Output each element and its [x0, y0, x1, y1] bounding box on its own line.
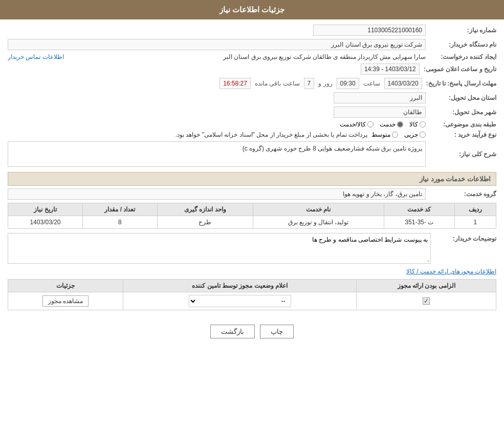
province-value: البرز: [334, 92, 426, 103]
buyer-org-label: نام دستگاه خریدار:: [430, 41, 496, 48]
col-header-date: تاریخ نیاز: [8, 203, 83, 216]
table-row: 1ت -35-351تولید، انتقال و توزیع برقطرح81…: [8, 216, 496, 229]
buyer-notes-text: به پیوست شرایط اختصاصی مناقصه و طرح ها: [312, 236, 428, 243]
creator-contact-link[interactable]: اطلاعات تماس خریدار: [8, 53, 64, 60]
service-group-row: گروه خدمت: تامین برق، گاز، بخار و تهویه …: [8, 188, 496, 200]
table-cell-2: تولید، انتقال و توزیع برق: [253, 216, 384, 229]
purchase-type-radio-group: جزیی متوسط: [371, 131, 426, 138]
col-header-qty: تعداد / مقدار: [82, 203, 157, 216]
col-header-rownum: ردیف: [454, 203, 496, 216]
creator-label: ایجاد کننده درخواست:: [430, 53, 496, 60]
creator-value: سارا سهرابی مش کاربرداز منطقه ی طالقان ش…: [68, 53, 426, 60]
city-value: طالقان: [334, 106, 426, 118]
table-cell-3: طرح: [157, 216, 253, 229]
need-number-value: 1103005221000160: [313, 25, 426, 36]
deadline-remaining-label: ساعت باقی مانده: [255, 80, 300, 87]
permits-table: الزامی بودن ارائه مجوز اعلام وضعیت مجوز …: [8, 279, 496, 310]
purchase-type-label: نوع فرآیند خرید :: [430, 131, 496, 138]
announce-datetime-value: 1403/03/12 - 14:39: [361, 63, 420, 75]
deadline-time-label: ساعت: [363, 80, 380, 87]
radio-motavasset-label: متوسط: [371, 131, 390, 138]
creator-row: ایجاد کننده درخواست: سارا سهرابی مش کارب…: [8, 53, 496, 60]
footer-buttons: چاپ بازگشت: [8, 325, 496, 338]
purchase-note: پرداخت تمام یا بخشی از مبلغ خریدار از مح…: [8, 131, 367, 138]
announce-datetime-row: تاریخ و ساعت اعلان عمومی: 1403/03/12 - 1…: [8, 63, 496, 75]
radio-kala-khedmat-label: کالا/خدمت: [340, 121, 366, 128]
buyer-notes-label: توضیحات خریدار:: [435, 233, 496, 264]
permits-col-required: الزامی بودن ارائه مجوز: [357, 280, 496, 292]
permit-required-cell: ✓: [357, 292, 496, 310]
deadline-days-label: روز و: [318, 80, 332, 87]
table-row: ✓--مشاهده مجوز: [8, 292, 496, 310]
buyer-notes-section: توضیحات خریدار: به پیوست شرایط اختصاصی م…: [8, 233, 496, 264]
permits-col-status: اعلام وضعیت مجوز توسط تامین کننده: [123, 280, 357, 292]
need-number-label: شماره نیاز:: [430, 27, 496, 34]
category-radio-kala-khedmat[interactable]: کالا/خدمت: [340, 121, 374, 128]
page-title: جزئیات اطلاعات نیاز: [220, 5, 284, 14]
category-label: طبقه بندی موضوعی:: [430, 121, 496, 128]
province-label: استان محل تحویل:: [430, 94, 496, 101]
permit-status-select[interactable]: --: [189, 295, 291, 307]
table-cell-4: 8: [82, 216, 157, 229]
page-wrapper: جزئیات اطلاعات نیاز شماره نیاز: 11030052…: [0, 0, 504, 448]
permit-required-checkbox[interactable]: ✓: [423, 297, 430, 305]
inner-form: شماره نیاز: 1103005221000160 نام دستگاه …: [8, 25, 496, 314]
permits-col-detail: جزئیات: [8, 280, 123, 292]
service-group-label: گروه خدمت:: [430, 190, 496, 198]
col-header-unit: واحد اندازه گیری: [157, 203, 253, 216]
category-radio-group: کالا خدمت کالا/خدمت: [340, 121, 426, 128]
purchase-type-motavasset[interactable]: متوسط: [371, 131, 398, 138]
radio-kala-label: کالا: [409, 121, 418, 128]
city-row: شهر محل تحویل: طالقان: [8, 106, 496, 118]
deadline-row: مهلت ارسال پاسخ: تا تاریخ: 1403/03/20 سا…: [8, 78, 496, 89]
purchase-type-jozei[interactable]: جزیی: [404, 131, 426, 138]
back-button[interactable]: بازگشت: [210, 325, 255, 338]
radio-jozei-label: جزیی: [404, 131, 418, 138]
view-permit-button[interactable]: مشاهده مجوز: [42, 295, 89, 307]
deadline-days: 7: [304, 78, 315, 89]
print-button[interactable]: چاپ: [260, 325, 294, 338]
deadline-remaining: 16:58:27: [220, 78, 251, 89]
page-header: جزئیات اطلاعات نیاز: [0, 0, 504, 19]
general-desc-label: شرح کلی نیاز:: [430, 151, 496, 158]
buyer-org-row: نام دستگاه خریدار: شرکت توزیع نیروی برق …: [8, 39, 496, 50]
radio-kala-khedmat-circle: [367, 121, 374, 127]
service-group-value: تامین برق، گاز، بخار و تهویه هوا: [8, 188, 426, 200]
category-row: طبقه بندی موضوعی: کالا خدمت کالا/خدمت: [8, 121, 496, 128]
general-desc-value: پروژه تامین برق شبکه فشارضعیف هوایی 8 طر…: [243, 145, 422, 152]
buyer-org-value: شرکت توزیع نیروی برق استان البرز: [8, 39, 426, 50]
radio-jozei-circle: [420, 132, 426, 138]
province-row: استان محل تحویل: البرز: [8, 92, 496, 103]
permits-section-link-row: اطلاعات مجوزهای ارائه خدمت / کالا: [8, 268, 496, 275]
buyer-notes-box: به پیوست شرایط اختصاصی مناقصه و طرح ها ⌟: [8, 233, 431, 264]
services-section-title: اطلاعات خدمات مورد نیاز: [8, 172, 496, 186]
deadline-time: 09:30: [337, 78, 359, 89]
general-desc-row: شرح کلی نیاز: پروژه تامین برق شبکه فشارض…: [8, 141, 496, 167]
category-radio-kala[interactable]: کالا: [409, 121, 426, 128]
table-cell-1: ت -35-351: [384, 216, 454, 229]
col-header-name: نام خدمت: [253, 203, 384, 216]
services-table: ردیف کد خدمت نام خدمت واحد اندازه گیری ت…: [8, 203, 496, 229]
radio-motavasset-circle: [392, 132, 398, 138]
purchase-type-row: نوع فرآیند خرید : جزیی متوسط پرداخت تمام…: [8, 131, 496, 138]
resize-handle: ⌟: [427, 257, 429, 262]
permits-section-link[interactable]: اطلاعات مجوزهای ارائه خدمت / کالا: [406, 268, 496, 275]
deadline-date: 1403/03/20: [384, 78, 422, 89]
deadline-label: مهلت ارسال پاسخ: تا تاریخ:: [426, 80, 496, 87]
permit-status-cell: --: [123, 292, 357, 310]
table-cell-0: 1: [454, 216, 496, 229]
category-radio-khedmat[interactable]: خدمت: [380, 121, 403, 128]
radio-khedmat-label: خدمت: [380, 121, 396, 128]
table-cell-5: 1403/03/20: [8, 216, 83, 229]
permit-detail-cell: مشاهده مجوز: [8, 292, 123, 310]
announce-datetime-label: تاریخ و ساعت اعلان عمومی:: [424, 66, 496, 73]
radio-kala-circle: [420, 121, 426, 127]
radio-khedmat-circle: [397, 121, 403, 127]
col-header-code: کد خدمت: [384, 203, 454, 216]
city-label: شهر محل تحویل:: [430, 109, 496, 116]
need-number-row: شماره نیاز: 1103005221000160: [8, 25, 496, 36]
main-content: شماره نیاز: 1103005221000160 نام دستگاه …: [0, 19, 504, 354]
general-desc-box: پروژه تامین برق شبکه فشارضعیف هوایی 8 طر…: [8, 141, 426, 167]
